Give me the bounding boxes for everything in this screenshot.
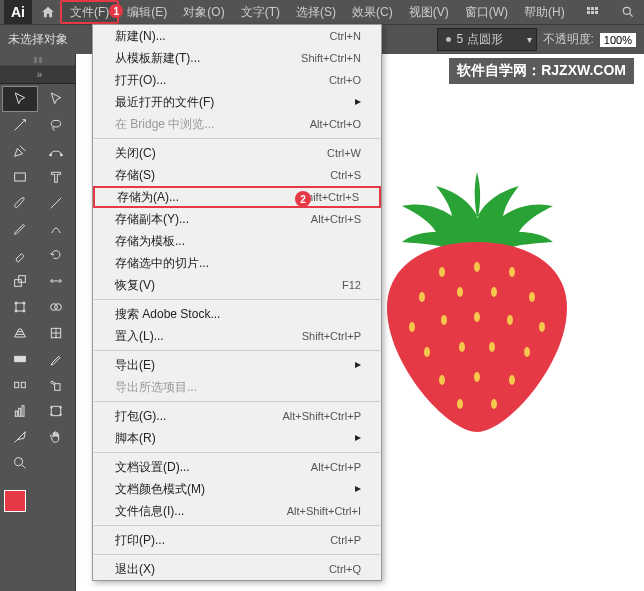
curvature-tool[interactable] [38, 138, 74, 164]
menu-item-6[interactable]: 关闭(C)Ctrl+W [93, 142, 381, 164]
menu-edit[interactable]: 编辑(E) [119, 0, 175, 24]
menu-item-1[interactable]: 从模板新建(T)...Shift+Ctrl+N [93, 47, 381, 69]
paintbrush-tool[interactable] [2, 190, 38, 216]
fill-stroke-swap[interactable] [38, 450, 74, 476]
menu-item-20[interactable]: 打包(G)...Alt+Shift+Ctrl+P [93, 405, 381, 427]
column-graph-tool[interactable] [2, 398, 38, 424]
mesh-tool[interactable] [38, 320, 74, 346]
menu-item-9[interactable]: 存储副本(Y)...Alt+Ctrl+S [93, 208, 381, 230]
menu-item-12[interactable]: 恢复(V)F12 [93, 274, 381, 296]
gradient-tool[interactable] [2, 346, 38, 372]
toolbox-handle[interactable] [0, 54, 75, 66]
fill-stroke-swatch[interactable] [4, 482, 40, 512]
menu-item-10[interactable]: 存储为模板... [93, 230, 381, 252]
rotate-tool[interactable] [38, 242, 74, 268]
svg-point-25 [474, 262, 480, 272]
menu-effect[interactable]: 效果(C) [344, 0, 401, 24]
svg-rect-16 [15, 382, 19, 387]
menu-view[interactable]: 视图(V) [401, 0, 457, 24]
menu-window[interactable]: 窗口(W) [457, 0, 516, 24]
svg-rect-20 [19, 408, 21, 416]
svg-point-2 [50, 154, 52, 156]
type-tool[interactable] [38, 164, 74, 190]
toolbox-tab[interactable] [0, 66, 75, 84]
annotation-badge-2: 2 [295, 191, 311, 207]
menu-item-27[interactable]: 打印(P)...Ctrl+P [93, 529, 381, 551]
menu-item-8[interactable]: 存储为(A)...Shift+Ctrl+S2 [93, 186, 381, 208]
menu-item-15[interactable]: 置入(L)...Shift+Ctrl+P [93, 325, 381, 347]
svg-point-10 [15, 310, 17, 312]
menu-item-3[interactable]: 最近打开的文件(F) [93, 91, 381, 113]
menu-item-2[interactable]: 打开(O)...Ctrl+O [93, 69, 381, 91]
zoom-tool[interactable] [2, 450, 38, 476]
menu-item-14[interactable]: 搜索 Adobe Stock... [93, 303, 381, 325]
svg-rect-4 [15, 173, 26, 181]
menu-object[interactable]: 对象(O) [175, 0, 232, 24]
pencil-tool[interactable] [2, 216, 38, 242]
svg-rect-15 [15, 356, 26, 361]
svg-point-32 [441, 315, 447, 325]
shaper-tool[interactable] [38, 216, 74, 242]
app-logo: Ai [4, 0, 32, 24]
svg-rect-19 [15, 411, 17, 416]
svg-point-29 [491, 287, 497, 297]
svg-point-28 [457, 287, 463, 297]
line-tool[interactable] [38, 190, 74, 216]
artboard-tool[interactable] [38, 398, 74, 424]
svg-point-23 [15, 458, 23, 466]
lasso-tool[interactable] [38, 112, 74, 138]
menu-item-29[interactable]: 退出(X)Ctrl+Q [93, 558, 381, 580]
menu-item-0[interactable]: 新建(N)...Ctrl+N [93, 25, 381, 47]
perspective-grid-tool[interactable] [2, 320, 38, 346]
shape-builder-tool[interactable] [38, 294, 74, 320]
menu-select[interactable]: 选择(S) [288, 0, 344, 24]
svg-rect-17 [21, 382, 25, 387]
stroke-style-dropdown[interactable]: 5 点圆形 [437, 28, 537, 51]
menu-item-7[interactable]: 存储(S)Ctrl+S [93, 164, 381, 186]
artwork-strawberry [382, 172, 572, 432]
free-transform-tool[interactable] [2, 294, 38, 320]
rectangle-tool[interactable] [2, 164, 38, 190]
width-tool[interactable] [38, 268, 74, 294]
menu-item-11[interactable]: 存储选中的切片... [93, 252, 381, 274]
svg-point-35 [539, 322, 545, 332]
direct-selection-tool[interactable] [38, 86, 74, 112]
svg-rect-22 [51, 406, 60, 415]
svg-point-24 [439, 267, 445, 277]
svg-point-8 [15, 302, 17, 304]
slice-tool[interactable] [2, 424, 38, 450]
eraser-tool[interactable] [2, 242, 38, 268]
menu-item-25[interactable]: 文件信息(I)...Alt+Shift+Ctrl+I [93, 500, 381, 522]
svg-point-37 [459, 342, 465, 352]
menu-help[interactable]: 帮助(H) [516, 0, 573, 24]
workspace-switcher-icon[interactable] [582, 0, 606, 24]
home-icon[interactable] [36, 5, 60, 19]
svg-rect-21 [22, 406, 24, 417]
menu-item-24[interactable]: 文档颜色模式(M) [93, 478, 381, 500]
selection-tool[interactable] [2, 86, 38, 112]
opacity-value[interactable]: 100% [600, 33, 636, 47]
svg-point-36 [424, 347, 430, 357]
watermark: 软件自学网：RJZXW.COM [449, 58, 634, 84]
pen-tool[interactable] [2, 138, 38, 164]
svg-point-39 [524, 347, 530, 357]
toolbox [0, 54, 76, 591]
menu-type[interactable]: 文字(T) [233, 0, 288, 24]
hand-tool[interactable] [38, 424, 74, 450]
svg-point-34 [507, 315, 513, 325]
svg-point-30 [529, 292, 535, 302]
search-icon[interactable] [616, 0, 640, 24]
scale-tool[interactable] [2, 268, 38, 294]
menu-file[interactable]: 文件(F)1 [60, 0, 119, 24]
menu-item-23[interactable]: 文档设置(D)...Alt+Ctrl+P [93, 456, 381, 478]
magic-wand-tool[interactable] [2, 112, 38, 138]
svg-point-44 [491, 399, 497, 409]
symbol-sprayer-tool[interactable] [38, 372, 74, 398]
blend-tool[interactable] [2, 372, 38, 398]
menu-item-21[interactable]: 脚本(R) [93, 427, 381, 449]
menu-item-17[interactable]: 导出(E) [93, 354, 381, 376]
opacity-label: 不透明度: [543, 31, 594, 48]
eyedropper-tool[interactable] [38, 346, 74, 372]
svg-rect-7 [16, 303, 24, 311]
svg-rect-6 [19, 276, 26, 283]
